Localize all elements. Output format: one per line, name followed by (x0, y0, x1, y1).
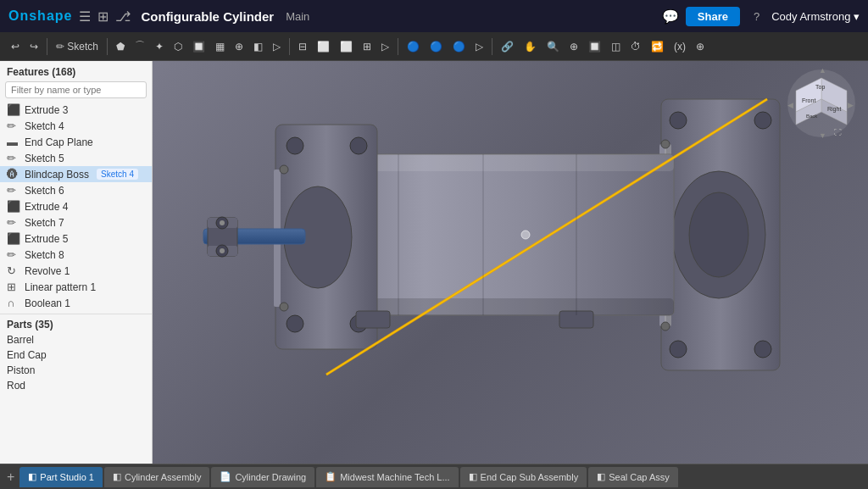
extrude-icon-3: ⬛ (7, 232, 20, 245)
tool-6[interactable]: ▦ (211, 38, 229, 55)
tool-8[interactable]: ◧ (249, 38, 267, 55)
tool-9[interactable]: ⊟ (294, 38, 311, 55)
feature-sketch6[interactable]: ✏ Sketch 6 (0, 182, 152, 198)
feature-label: Sketch 7 (25, 217, 64, 229)
feature-badge: Sketch 4 (97, 169, 138, 180)
feature-extrude3[interactable]: ⬛ Extrude 3 (0, 102, 152, 118)
tab-label: Midwest Machine Tech L... (340, 472, 449, 482)
tab-label: Seal Cap Assy (609, 472, 670, 482)
tool-12[interactable]: ⊞ (359, 38, 376, 55)
svg-point-1 (670, 112, 687, 129)
tool-21[interactable]: ◫ (607, 38, 625, 55)
feature-sketch8[interactable]: ✏ Sketch 8 (0, 247, 152, 263)
tab-part-studio-1[interactable]: ◧ Part Studio 1 (19, 467, 103, 487)
toolbar-separator-2 (107, 38, 108, 55)
feature-blindcap[interactable]: 🅐 Blindcap Boss Sketch 4 (0, 166, 152, 182)
part-label: Rod (7, 380, 25, 392)
feature-sketch5[interactable]: ✏ Sketch 5 (0, 150, 152, 166)
tool-13[interactable]: 🔵 (403, 38, 424, 55)
sketch-icon-2: ✏ (7, 152, 20, 164)
tool-more-1[interactable]: ▷ (269, 38, 285, 55)
feature-revolve1[interactable]: ↻ Revolve 1 (0, 263, 152, 279)
user-name[interactable]: Cody Armstrong ▾ (771, 10, 860, 23)
navigation-cube[interactable]: Top Front Right Back ▲ ▼ ◀ ▶ ⛶ (783, 65, 860, 142)
tool-4[interactable]: ⬡ (170, 38, 186, 55)
svg-point-12 (521, 231, 530, 239)
tool-14[interactable]: 🔵 (426, 38, 447, 55)
tool-22[interactable]: ⏱ (626, 38, 645, 55)
branch-icon[interactable]: ⎇ (115, 8, 131, 25)
tool-10[interactable]: ⬜ (313, 38, 334, 55)
tab-cylinder-assembly[interactable]: ◧ Cylinder Assembly (104, 467, 209, 487)
redo-button[interactable]: ↪ (25, 38, 42, 55)
feature-label: Sketch 4 (25, 120, 64, 132)
tab-end-cap-sub[interactable]: ◧ End Cap Sub Assembly (460, 467, 587, 487)
feature-sketch4[interactable]: ✏ Sketch 4 (0, 118, 152, 134)
undo-button[interactable]: ↩ (7, 38, 24, 55)
tool-2[interactable]: ⌒ (131, 36, 149, 56)
tool-3[interactable]: ✦ (151, 38, 168, 55)
feature-label: Extrude 4 (25, 201, 68, 213)
tool-7[interactable]: ⊕ (231, 38, 248, 55)
logo: Onshape (8, 8, 72, 24)
tool-add[interactable]: ⊕ (692, 38, 709, 55)
filter-input[interactable] (5, 81, 147, 98)
tool-18[interactable]: 🔍 (542, 38, 564, 55)
feature-sketch7[interactable]: ✏ Sketch 7 (0, 214, 152, 231)
part-piston[interactable]: Piston (0, 363, 152, 378)
feature-label: Sketch 8 (25, 249, 64, 261)
share-button[interactable]: Share (686, 7, 740, 26)
tab-seal-cap[interactable]: ◧ Seal Cap Assy (588, 467, 678, 487)
tool-16[interactable]: 🔗 (497, 38, 518, 55)
sketch-button[interactable]: ✏ Sketch (52, 38, 103, 55)
tool-11[interactable]: ⬜ (336, 38, 357, 55)
boolean-icon: ∩ (7, 297, 20, 309)
tool-20[interactable]: 🔲 (584, 38, 605, 55)
menu-icon[interactable]: ☰ (79, 8, 91, 25)
tool-more-3[interactable]: ▷ (471, 38, 487, 55)
chat-icon[interactable]: 💬 (662, 8, 679, 25)
feature-boolean1[interactable]: ∩ Boolean 1 (0, 295, 152, 311)
tool-15[interactable]: 🔵 (448, 38, 470, 55)
svg-point-26 (220, 220, 225, 225)
grid-icon[interactable]: ⊞ (97, 8, 108, 25)
svg-point-34 (661, 140, 670, 148)
feature-linearpattern1[interactable]: ⊞ Linear pattern 1 (0, 279, 152, 295)
document-title: Configurable Cylinder (141, 9, 274, 24)
main-layout: Features (168) ⬛ Extrude 3 ✏ Sketch 4 ▬ … (0, 61, 868, 464)
svg-point-2 (754, 112, 771, 129)
sketch-icon-4: ✏ (7, 216, 20, 229)
end-cap-sub-icon: ◧ (469, 471, 477, 482)
feature-label: Revolve 1 (25, 265, 70, 277)
tool-23[interactable]: 🔁 (647, 38, 668, 55)
features-panel: Features (168) ⬛ Extrude 3 ✏ Sketch 4 ▬ … (0, 61, 153, 464)
tool-5[interactable]: 🔲 (188, 38, 209, 55)
topbar: Onshape ☰ ⊞ ⎇ Configurable Cylinder Main… (0, 0, 868, 32)
tool-more-2[interactable]: ▷ (377, 38, 393, 55)
seal-cap-icon: ◧ (597, 471, 605, 482)
features-header: Features (168) (0, 61, 152, 81)
tab-midwest[interactable]: 📋 Midwest Machine Tech L... (316, 467, 458, 487)
feature-extrude5[interactable]: ⬛ Extrude 5 (0, 231, 152, 247)
svg-point-16 (287, 315, 303, 332)
svg-point-4 (754, 341, 771, 358)
viewport-canvas[interactable]: Top Front Right Back ▲ ▼ ◀ ▶ ⛶ (153, 61, 868, 464)
tool-1[interactable]: ⬟ (112, 38, 129, 55)
part-barrel[interactable]: Barrel (0, 332, 152, 347)
toolbar-separator-3 (289, 38, 290, 55)
tool-24[interactable]: (x) (670, 38, 690, 55)
boss-icon: 🅐 (7, 168, 20, 181)
help-button[interactable]: ? (754, 10, 760, 23)
toolbar: ↩ ↪ ✏ Sketch ⬟ ⌒ ✦ ⬡ 🔲 ▦ ⊕ ◧ ▷ ⊟ ⬜ ⬜ ⊞ ▷… (0, 32, 868, 61)
add-tab-button[interactable]: + (3, 470, 18, 485)
tool-19[interactable]: ⊕ (565, 38, 582, 55)
3d-viewport[interactable]: Top Front Right Back ▲ ▼ ◀ ▶ ⛶ (153, 61, 868, 464)
feature-endcapplane[interactable]: ▬ End Cap Plane (0, 134, 152, 150)
feature-extrude4[interactable]: ⬛ Extrude 4 (0, 198, 152, 214)
tool-17[interactable]: ✋ (520, 38, 541, 55)
tab-cylinder-drawing[interactable]: 📄 Cylinder Drawing (211, 467, 314, 487)
cylinder-model (195, 69, 805, 442)
part-endcap[interactable]: End Cap (0, 347, 152, 363)
part-rod[interactable]: Rod (0, 378, 152, 393)
toolbar-separator-5 (492, 38, 492, 55)
